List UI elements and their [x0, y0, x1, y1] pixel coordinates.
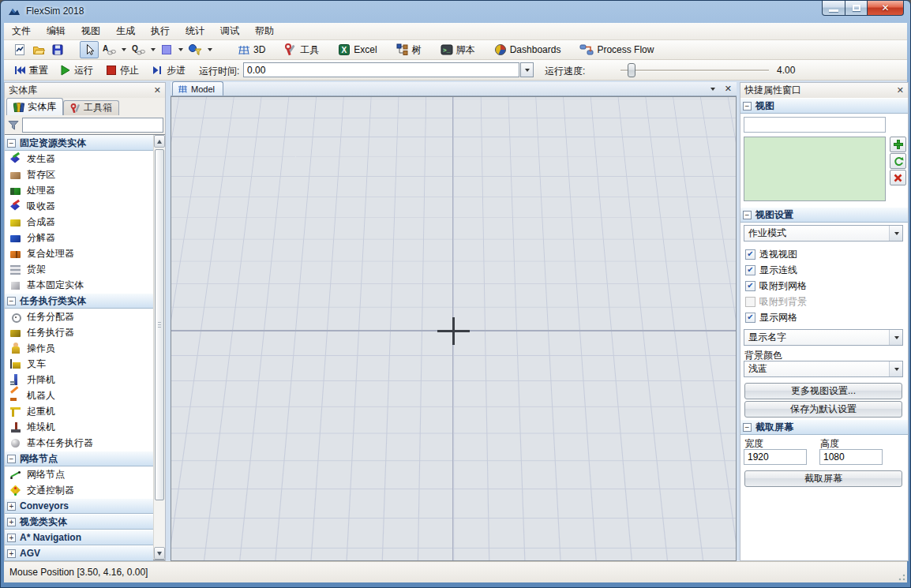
library-item-crane[interactable]: 起重机 — [5, 403, 153, 419]
library-item-traffic-control[interactable]: 交通控制器 — [5, 482, 153, 498]
resize-grip[interactable] — [896, 571, 905, 581]
delete-view-button[interactable] — [890, 170, 906, 185]
library-item-dispatcher[interactable]: 任务分配器 — [5, 309, 153, 324]
menu-view[interactable]: 视图 — [73, 23, 108, 39]
menu-debug[interactable]: 调试 — [212, 23, 247, 39]
run-time-dropdown[interactable] — [520, 62, 534, 77]
library-section-visual[interactable]: + 视觉类实体 — [5, 514, 153, 530]
library-section-network-nodes[interactable]: − 网络节点 — [5, 451, 153, 466]
menu-execute[interactable]: 执行 — [143, 23, 178, 39]
highlight-color-dropdown[interactable] — [176, 41, 185, 58]
new-model-button[interactable] — [10, 41, 29, 58]
scrollbar-thumb[interactable] — [155, 149, 164, 500]
view-preview-box[interactable] — [744, 137, 886, 201]
menu-edit[interactable]: 编辑 — [39, 23, 73, 39]
library-item-robot[interactable]: 机器人 — [5, 388, 153, 403]
open-3d-view-button[interactable]: 3D — [234, 41, 268, 58]
library-item-task-executer[interactable]: 任务执行器 — [5, 324, 153, 340]
tab-list-dropdown-icon[interactable] — [710, 88, 715, 91]
checkbox-perspective-view[interactable]: ✔ 透视视图 — [745, 247, 797, 261]
collapse-icon[interactable]: − — [7, 139, 16, 148]
excel-button[interactable]: X Excel — [335, 41, 380, 58]
library-item-separator[interactable]: 分解器 — [5, 230, 153, 245]
capture-height-input[interactable] — [819, 449, 883, 465]
capture-screen-button[interactable]: 截取屏幕 — [744, 470, 902, 487]
pointer-tool-button[interactable] — [80, 41, 99, 58]
connect-a-dropdown[interactable] — [119, 41, 128, 58]
view-filter-button[interactable] — [185, 41, 205, 58]
close-button[interactable]: ✕ — [868, 1, 904, 16]
library-item-operator[interactable]: 操作员 — [5, 340, 153, 356]
library-item-processor[interactable]: 处理器 — [5, 182, 153, 198]
highlight-color-button[interactable] — [157, 41, 176, 58]
run-button[interactable]: 运行 — [56, 62, 96, 79]
collapse-icon[interactable]: − — [7, 455, 16, 463]
scroll-down-button[interactable] — [154, 547, 165, 560]
library-section-task-executers[interactable]: − 任务执行类实体 — [5, 293, 153, 309]
library-item-basic-te[interactable]: 基本任务执行器 — [5, 435, 153, 451]
scroll-up-button[interactable] — [154, 135, 165, 148]
section-view[interactable]: − 视图 — [740, 98, 908, 114]
connect-q-dropdown[interactable] — [148, 41, 157, 58]
tab-library[interactable]: 实体库 — [6, 98, 63, 115]
library-item-multiprocessor[interactable]: 复合处理器 — [5, 245, 153, 261]
open-model-button[interactable] — [29, 41, 48, 58]
model-3d-viewport[interactable] — [171, 96, 737, 561]
run-time-input[interactable] — [243, 62, 519, 77]
save-model-button[interactable] — [48, 41, 67, 58]
library-item-asrs[interactable]: 堆垛机 — [5, 419, 153, 435]
library-item-network-node[interactable]: 网络节点 — [5, 466, 153, 482]
minimize-button[interactable] — [822, 1, 845, 16]
close-icon[interactable]: ✕ — [154, 86, 161, 95]
connect-q-button[interactable]: Q — [128, 41, 148, 58]
menu-build[interactable]: 生成 — [108, 23, 143, 39]
checkbox-show-grid[interactable]: ✔ 显示网格 — [745, 310, 797, 324]
library-item-combiner[interactable]: 合成器 — [5, 214, 153, 230]
menu-file[interactable]: 文件 — [4, 23, 39, 39]
library-scrollbar[interactable] — [153, 135, 165, 560]
library-filter-input[interactable] — [22, 118, 163, 133]
step-button[interactable]: 步进 — [148, 62, 189, 79]
menu-statistics[interactable]: 统计 — [178, 23, 212, 39]
library-section-fixed-resources[interactable]: − 固定资源类实体 — [5, 135, 153, 151]
expand-icon[interactable]: + — [7, 518, 16, 526]
menu-help[interactable]: 帮助 — [247, 23, 282, 39]
capture-width-input[interactable] — [744, 449, 807, 465]
title-bar[interactable]: FlexSim 2018 ✕ — [1, 1, 910, 23]
checkbox-show-connections[interactable]: ✔ 显示连线 — [745, 263, 797, 277]
section-view-settings[interactable]: − 视图设置 — [740, 207, 908, 223]
checkbox-snap-to-grid[interactable]: ✔ 吸附到网格 — [745, 279, 807, 293]
library-item-queue[interactable]: 暂存区 — [5, 167, 153, 182]
library-item-sink[interactable]: 吸收器 — [5, 198, 153, 214]
connect-a-button[interactable]: A — [99, 41, 119, 58]
background-color-select[interactable]: 浅蓝 — [744, 361, 903, 377]
library-section-conveyors[interactable]: + Conveyors — [5, 498, 153, 514]
expand-icon[interactable]: + — [7, 549, 16, 558]
run-speed-slider-track[interactable] — [620, 69, 769, 72]
collapse-icon[interactable]: − — [7, 297, 16, 305]
view-mode-select[interactable]: 作业模式 — [744, 225, 903, 242]
library-item-rack[interactable]: 货架 — [5, 261, 153, 277]
reset-button[interactable]: 重置 — [10, 62, 51, 79]
script-button[interactable]: >_ 脚本 — [437, 41, 478, 58]
stop-button[interactable]: 停止 — [102, 62, 142, 79]
close-icon[interactable]: ✕ — [897, 86, 904, 95]
view-name-input[interactable] — [744, 117, 886, 133]
section-capture-screen[interactable]: − 截取屏幕 — [740, 419, 908, 435]
tools-button[interactable]: 工具 — [281, 41, 322, 58]
process-flow-button[interactable]: Process Flow — [576, 41, 657, 58]
library-item-source[interactable]: 发生器 — [5, 151, 153, 167]
tab-toolbox[interactable]: 工具箱 — [63, 100, 119, 115]
dashboards-button[interactable]: Dashboards — [491, 41, 564, 58]
expand-icon[interactable]: + — [7, 502, 16, 511]
tab-model[interactable]: Model — [172, 81, 223, 96]
expand-icon[interactable]: + — [7, 534, 16, 542]
view-filter-dropdown[interactable] — [205, 41, 214, 58]
library-section-astar[interactable]: + A* Navigation — [5, 530, 153, 545]
add-view-button[interactable] — [890, 137, 906, 152]
maximize-button[interactable] — [845, 1, 868, 16]
library-item-forklift[interactable]: 叉车 — [5, 356, 153, 372]
library-item-elevator[interactable]: 升降机 — [5, 372, 153, 388]
run-speed-slider-thumb[interactable] — [628, 63, 635, 77]
refresh-view-button[interactable] — [890, 153, 906, 169]
